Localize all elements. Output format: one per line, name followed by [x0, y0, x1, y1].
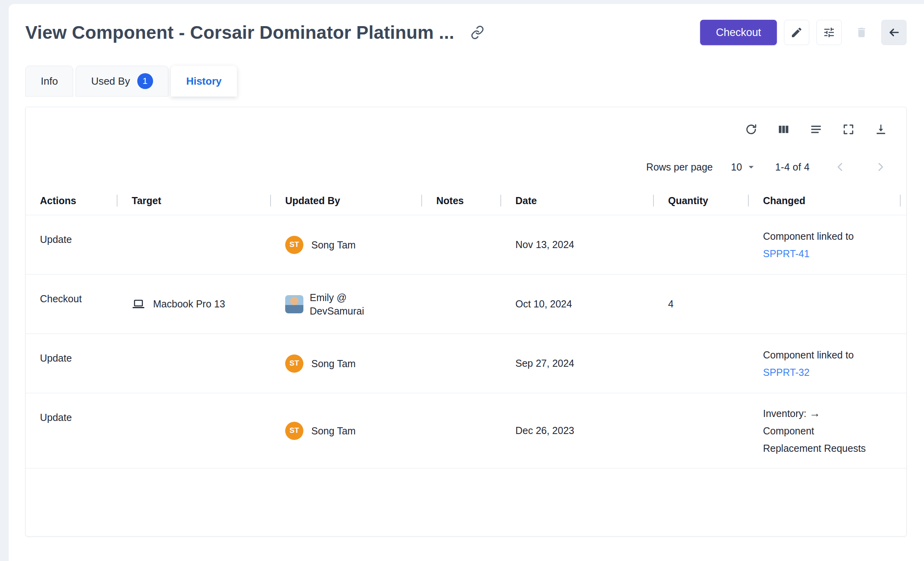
sliders-icon — [823, 26, 835, 39]
cell-changed — [749, 275, 906, 334]
changed-link[interactable]: SPPRT-41 — [763, 248, 810, 259]
cell-target: Macbook Pro 13 — [117, 275, 271, 334]
pagination-range: 1-4 of 4 — [775, 161, 810, 173]
cell-changed: Component linked to SPPRT-32 — [749, 334, 906, 393]
changed-link[interactable]: SPPRT-32 — [763, 367, 810, 378]
chevron-down-icon — [745, 161, 757, 173]
rows-per-page-value: 10 — [731, 161, 742, 173]
updated-by-name: Song Tam — [311, 357, 356, 370]
tab-info[interactable]: Info — [25, 66, 73, 97]
cell-notes — [422, 334, 501, 393]
previous-page-button[interactable] — [834, 161, 846, 173]
back-arrow-icon — [888, 26, 900, 39]
cell-notes — [422, 275, 501, 334]
refresh-icon[interactable] — [745, 123, 757, 136]
cell-action: Update — [26, 393, 117, 468]
column-header-date[interactable]: Date — [501, 186, 654, 215]
back-button[interactable] — [881, 20, 907, 45]
tab-history[interactable]: History — [171, 66, 237, 97]
table-row[interactable]: Checkout Macbook Pro 13 Emily @ DevSamur… — [26, 274, 906, 334]
column-header-updated-by[interactable]: Updated By — [271, 186, 422, 215]
avatar-initials: ST — [285, 422, 303, 440]
edit-button[interactable] — [784, 20, 809, 45]
cell-date: Dec 26, 2023 — [501, 393, 654, 468]
column-header-quantity[interactable]: Quantity — [654, 186, 749, 215]
tab-info-label: Info — [41, 75, 58, 87]
cell-updated-by: ST Song Tam — [271, 334, 422, 393]
settings-button[interactable] — [816, 20, 842, 45]
tab-used-by[interactable]: Used By 1 — [76, 66, 168, 97]
updated-by-name: Song Tam — [311, 424, 356, 438]
rows-per-page-label: Rows per page — [646, 161, 713, 173]
cell-updated-by: ST Song Tam — [271, 215, 422, 274]
column-header-notes[interactable]: Notes — [422, 186, 501, 215]
next-page-button[interactable] — [875, 161, 886, 173]
header-actions: Checkout — [700, 20, 907, 45]
cell-quantity: 4 — [654, 275, 749, 334]
page-header: View Component - Corsair Dominator Plati… — [25, 20, 907, 45]
cell-changed: Component linked to SPPRT-41 — [749, 215, 906, 274]
columns-icon[interactable] — [777, 123, 790, 136]
cell-action: Update — [26, 334, 117, 393]
cell-target — [117, 393, 271, 468]
avatar-photo — [285, 295, 303, 313]
avatar-initials: ST — [285, 354, 303, 373]
table-row[interactable]: Update ST Song Tam Nov 13, 2024 Componen… — [26, 215, 906, 274]
copy-link-icon[interactable] — [470, 25, 485, 40]
cell-date: Oct 10, 2024 — [501, 275, 654, 334]
cell-target — [117, 215, 271, 274]
avatar-initials: ST — [285, 236, 303, 254]
cell-quantity — [654, 215, 749, 274]
laptop-icon — [132, 298, 145, 311]
pagination-bar: Rows per page 10 1-4 of 4 — [26, 136, 906, 186]
table-row[interactable]: Update ST Song Tam Dec 26, 2023 Inventor… — [26, 393, 906, 468]
cell-quantity — [654, 334, 749, 393]
tab-used-by-label: Used By — [91, 75, 130, 87]
used-by-count-badge: 1 — [137, 73, 153, 89]
pencil-icon — [790, 26, 803, 39]
history-card: Rows per page 10 1-4 of 4 Actions Target — [25, 107, 907, 536]
download-icon[interactable] — [875, 123, 887, 136]
table-header-row: Actions Target Updated By Notes Date Qua… — [26, 186, 906, 215]
trash-icon — [855, 26, 868, 39]
delete-button[interactable] — [849, 20, 874, 45]
fullscreen-icon[interactable] — [842, 123, 855, 136]
cell-date: Nov 13, 2024 — [501, 215, 654, 274]
main-panel: View Component - Corsair Dominator Plati… — [9, 4, 924, 561]
grid-toolbar — [26, 107, 906, 136]
cell-updated-by: Emily @ DevSamurai — [271, 275, 422, 334]
column-header-target[interactable]: Target — [117, 186, 271, 215]
cell-date: Sep 27, 2024 — [501, 334, 654, 393]
arrow-right-icon: → — [809, 407, 820, 419]
rows-per-page-select[interactable]: 10 — [731, 161, 757, 173]
updated-by-name: Song Tam — [311, 238, 356, 252]
tab-bar: Info Used By 1 History — [25, 66, 907, 97]
tab-history-label: History — [186, 75, 222, 87]
cell-target — [117, 334, 271, 393]
cell-changed: Inventory: → Component Replacement Reque… — [749, 393, 906, 468]
target-name: Macbook Pro 13 — [153, 297, 225, 311]
column-header-changed[interactable]: Changed — [749, 186, 906, 215]
updated-by-name: Emily @ DevSamurai — [310, 291, 373, 318]
table-row[interactable]: Update ST Song Tam Sep 27, 2024 Componen… — [26, 334, 906, 393]
column-header-actions[interactable]: Actions — [26, 186, 117, 215]
cell-action: Update — [26, 215, 117, 274]
cell-updated-by: ST Song Tam — [271, 393, 422, 468]
table-end-divider — [26, 468, 906, 468]
cell-notes — [422, 215, 501, 274]
cell-quantity — [654, 393, 749, 468]
cell-action: Checkout — [26, 275, 117, 334]
checkout-button[interactable]: Checkout — [700, 20, 777, 45]
page-title: View Component - Corsair Dominator Plati… — [25, 22, 454, 43]
density-icon[interactable] — [810, 123, 822, 136]
cell-notes — [422, 393, 501, 468]
